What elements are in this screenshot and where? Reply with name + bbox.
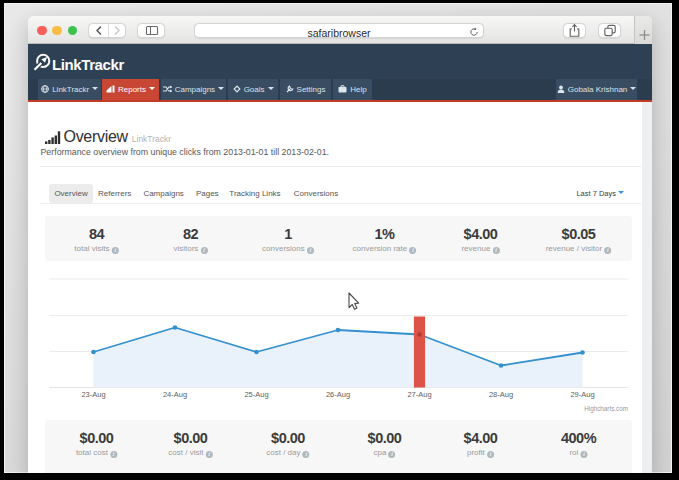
svg-text:28-Aug: 28-Aug <box>489 390 513 399</box>
svg-text:29-Aug: 29-Aug <box>570 390 594 399</box>
svg-text:Highcharts.com: Highcharts.com <box>584 405 628 413</box>
svg-text:27-Aug: 27-Aug <box>407 390 431 399</box>
svg-text:26-Aug: 26-Aug <box>326 390 350 399</box>
svg-text:24-Aug: 24-Aug <box>163 390 187 399</box>
svg-text:23-Aug: 23-Aug <box>81 390 105 399</box>
svg-text:25-Aug: 25-Aug <box>244 390 268 399</box>
